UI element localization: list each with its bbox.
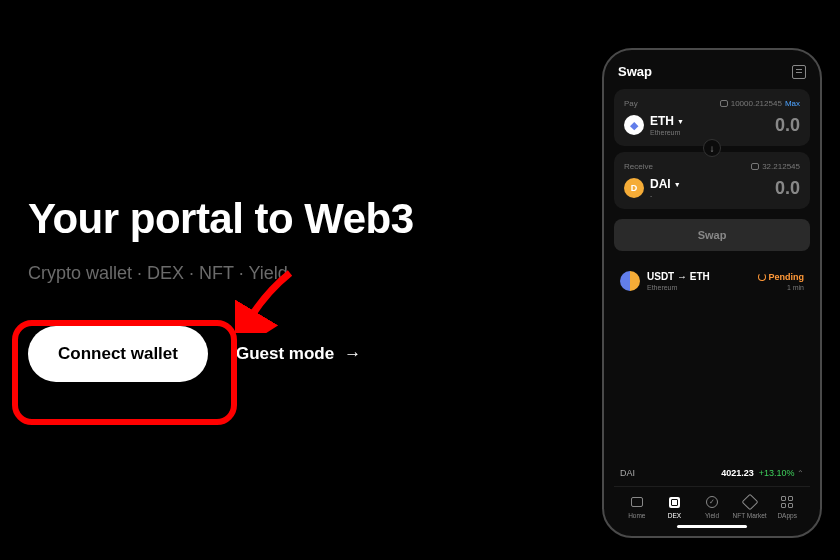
wallet-icon: [720, 100, 728, 107]
receive-token-selector[interactable]: D DAI▼ -: [624, 177, 681, 199]
home-icon: [631, 497, 643, 507]
arrow-right-icon: →: [344, 344, 361, 364]
receive-chain: -: [650, 192, 681, 199]
swap-header: Swap: [614, 64, 810, 79]
tab-dapps[interactable]: DApps: [768, 495, 806, 519]
receive-card: Receive 32.212545 D DAI▼ - 0.0: [614, 152, 810, 209]
receive-amount-input[interactable]: 0.0: [775, 178, 800, 199]
wallet-icon: [751, 163, 759, 170]
pending-transaction[interactable]: USDT → ETH Ethereum Pending 1 min: [614, 261, 810, 301]
usdt-eth-icon: [620, 271, 640, 291]
yield-icon: [706, 496, 718, 508]
hero-title: Your portal to Web3: [28, 195, 548, 243]
cta-row: Connect wallet Guest mode →: [28, 326, 548, 382]
pending-time: 1 min: [758, 284, 805, 291]
pending-pair: USDT → ETH: [647, 271, 710, 282]
spinner-icon: [758, 273, 766, 281]
swap-direction-icon[interactable]: ↓: [703, 139, 721, 157]
phone-mockup: Swap Pay 10000.212545Max ◆ ETH▼ Ethereum…: [602, 48, 822, 538]
pay-card: Pay 10000.212545Max ◆ ETH▼ Ethereum 0.0 …: [614, 89, 810, 146]
dai-icon: D: [624, 178, 644, 198]
pay-chain: Ethereum: [650, 129, 684, 136]
ticker-symbol: DAI: [620, 468, 635, 478]
guest-mode-label: Guest mode: [236, 344, 334, 364]
pay-amount-input[interactable]: 0.0: [775, 115, 800, 136]
dex-icon: [669, 497, 680, 508]
tab-yield[interactable]: Yield: [693, 495, 731, 519]
tab-home[interactable]: Home: [618, 495, 656, 519]
receive-balance: 32.212545: [751, 162, 800, 171]
pay-balance: 10000.212545Max: [720, 99, 800, 108]
connect-wallet-button[interactable]: Connect wallet: [28, 326, 208, 382]
max-button[interactable]: Max: [785, 99, 800, 108]
receive-label: Receive: [624, 162, 653, 171]
home-indicator: [677, 525, 747, 528]
chevron-up-icon: ⌃: [797, 469, 804, 478]
swap-title: Swap: [618, 64, 652, 79]
eth-icon: ◆: [624, 115, 644, 135]
nft-icon: [741, 494, 758, 511]
pay-token-selector[interactable]: ◆ ETH▼ Ethereum: [624, 114, 684, 136]
ticker-price: 4021.23: [721, 468, 754, 478]
tab-bar: Home DEX Yield NFT Market DApps: [614, 486, 810, 519]
tab-dex[interactable]: DEX: [656, 495, 694, 519]
swap-button[interactable]: Swap: [614, 219, 810, 251]
pending-status: Pending: [758, 272, 805, 282]
guest-mode-link[interactable]: Guest mode →: [236, 344, 361, 364]
tab-nft[interactable]: NFT Market: [731, 495, 769, 519]
pending-chain: Ethereum: [647, 284, 710, 291]
chevron-down-icon: ▼: [677, 118, 684, 125]
ticker-change: +13.10%: [759, 468, 795, 478]
history-icon[interactable]: [792, 65, 806, 79]
chevron-down-icon: ▼: [674, 181, 681, 188]
pay-label: Pay: [624, 99, 638, 108]
dapps-icon: [781, 496, 793, 508]
hero-subtitle: Crypto wallet · DEX · NFT · Yield: [28, 263, 548, 284]
price-ticker[interactable]: DAI 4021.23+13.10% ⌃: [614, 460, 810, 486]
hero-section: Your portal to Web3 Crypto wallet · DEX …: [28, 195, 548, 382]
